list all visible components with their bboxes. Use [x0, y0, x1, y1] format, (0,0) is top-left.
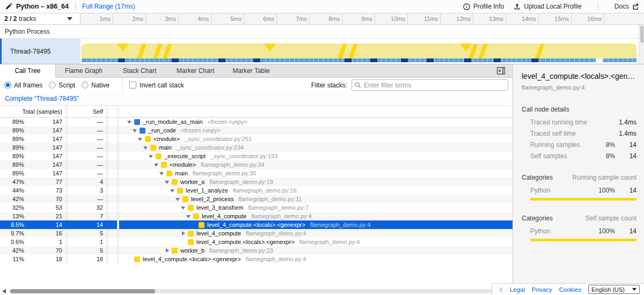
tracks-dropdown[interactable]: 2 / 2 tracks — [0, 13, 80, 24]
expander-open-icon[interactable] — [149, 153, 154, 159]
process-track-header[interactable]: Python Process — [0, 25, 644, 39]
tab-marker-table[interactable]: Marker Table — [223, 64, 279, 77]
frame-name: level_2_process — [191, 196, 234, 202]
expander-open-icon[interactable] — [143, 145, 149, 150]
row-total-percent: 0.6% — [0, 239, 27, 245]
invert-call-stack-checkbox[interactable] — [129, 82, 136, 88]
thread-track-canvas[interactable] — [80, 39, 638, 64]
row-frame: _run_module_as_main<frozen runpy> — [119, 119, 513, 125]
table-row[interactable]: 89%147—_execute_script_sync_coordinator.… — [0, 152, 513, 160]
sample-segment — [401, 58, 408, 62]
tab-call-tree[interactable]: Call Tree — [0, 64, 56, 78]
table-row[interactable]: 9.7%165level_4_computeflamegraph_demo.py… — [0, 229, 513, 238]
all-frames-label[interactable]: All frames — [14, 82, 42, 89]
sidebar-detail-row: Self samples8%14 — [522, 152, 636, 160]
table-row[interactable]: 32%5332level_3_transformflamegraph_demo.… — [0, 203, 513, 212]
table-row[interactable]: 89%147—<module>flamegraph_demo.py:34 — [0, 160, 513, 169]
full-range-button[interactable]: Full Range (17ms) — [82, 3, 135, 10]
table-row[interactable]: 13%217level_4_computeflamegraph_demo.py:… — [0, 212, 513, 220]
timeline-ruler[interactable]: 2 / 2 tracks 1ms2ms3ms4ms5ms6ms7ms8ms9ms… — [0, 13, 644, 25]
frame-origin: flamegraph_demo.py:34 — [201, 161, 265, 168]
footer-close-button[interactable]: X — [499, 286, 503, 293]
timeline-ruler-ticks[interactable]: 1ms2ms3ms4ms5ms6ms7ms8ms9ms10ms11ms12ms1… — [80, 13, 644, 24]
row-self-samples: 5 — [68, 247, 106, 254]
detail-label: Traced self time — [530, 130, 592, 137]
row-self-samples: — — [68, 144, 106, 151]
upload-profile-button[interactable]: Upload Local Profile — [514, 3, 581, 10]
frame-origin: flamegraph_demo.py:19 — [209, 179, 273, 185]
table-row[interactable]: 89%147—mainflamegraph_demo.py:30 — [0, 169, 513, 178]
expander-closed-icon[interactable] — [181, 231, 186, 236]
column-header-total[interactable]: Total (samples) — [0, 108, 65, 115]
expander-open-icon[interactable] — [170, 188, 175, 193]
tab-flame-graph[interactable]: Flame Graph — [56, 64, 112, 77]
thread-track-label[interactable]: Thread-78495 — [0, 39, 80, 64]
frame-name: main — [159, 144, 172, 151]
row-self-samples: — — [68, 170, 106, 176]
activity-mark — [137, 44, 147, 58]
column-divider[interactable] — [117, 106, 119, 117]
scrollbar-track[interactable] — [9, 289, 510, 293]
script-radio[interactable] — [49, 82, 56, 88]
expander-open-icon[interactable] — [154, 162, 159, 167]
native-label[interactable]: Native — [91, 82, 109, 89]
expander-open-icon[interactable] — [127, 119, 133, 124]
tab-marker-chart[interactable]: Marker Chart — [167, 64, 223, 77]
column-divider[interactable] — [106, 106, 108, 117]
row-total-percent: 9.7% — [0, 230, 27, 237]
row-self-samples: — — [68, 119, 106, 125]
table-row[interactable]: 89%147—_run_module_as_main<frozen runpy> — [0, 117, 513, 126]
docs-button[interactable]: Docs — [614, 3, 639, 10]
detail-label: Self samples — [530, 152, 592, 160]
table-row[interactable]: 42%705worker_bflamegraph_demo.py:23 — [0, 246, 513, 255]
footer-link-legal[interactable]: Legal — [510, 286, 525, 293]
table-row[interactable]: 47%774worker_aflamegraph_demo.py:19 — [0, 178, 513, 186]
filter-search-input[interactable] — [364, 82, 505, 89]
column-header-self[interactable]: Self — [68, 108, 106, 115]
expander-open-icon[interactable] — [186, 213, 192, 219]
row-self-samples: 18 — [68, 256, 106, 262]
tracks-vertical-scrollbar[interactable] — [639, 25, 644, 64]
upload-label: Upload Local Profile — [524, 3, 581, 10]
category-color-square — [188, 231, 194, 237]
footer-link-cookies[interactable]: Cookies — [559, 286, 582, 293]
scroll-left-arrow-icon[interactable] — [2, 289, 6, 293]
expander-open-icon[interactable] — [181, 205, 186, 210]
sample-segment — [253, 58, 260, 62]
breadcrumb-complete-thread[interactable]: Complete “Thread-78495” — [5, 95, 79, 102]
expander-open-icon[interactable] — [133, 128, 138, 133]
footer-link-privacy[interactable]: Privacy — [532, 286, 552, 293]
table-row[interactable]: 11%1818level_4_compute.<locals>.<genexpr… — [0, 255, 513, 263]
expander-open-icon[interactable] — [165, 179, 170, 185]
table-row[interactable]: 8.5%1414level_4_compute.<locals>.<genexp… — [0, 220, 513, 229]
table-row[interactable]: 89%147—_run_code<frozen runpy> — [0, 126, 513, 135]
profile-info-button[interactable]: Profile Info — [463, 3, 504, 10]
table-row[interactable]: 42%70—level_2_processflamegraph_demo.py:… — [0, 195, 513, 203]
script-label[interactable]: Script — [58, 82, 75, 89]
tab-bar: Call TreeFlame GraphStack ChartMarker Ch… — [0, 64, 513, 78]
all-frames-radio[interactable] — [4, 82, 11, 88]
chevron-down-icon — [67, 17, 72, 20]
table-row[interactable]: 89%147—<module>_sync_coordinator.py:251 — [0, 135, 513, 143]
table-row[interactable]: 44%733level_1_analyzeflamegraph_demo.py:… — [0, 186, 513, 195]
expander-closed-icon[interactable] — [165, 248, 170, 253]
edit-pencil-icon[interactable] — [5, 3, 12, 10]
scrollbar-thumb[interactable] — [10, 289, 155, 293]
sidebar-toggle-button[interactable] — [497, 67, 505, 75]
invert-call-stack-label[interactable]: Invert call stack — [140, 82, 184, 89]
row-frame: level_4_compute.<locals>.<genexpr>flameg… — [119, 239, 513, 245]
language-select[interactable]: English (US) — [588, 285, 640, 294]
native-radio[interactable] — [82, 82, 89, 88]
frame-name: level_4_compute.<locals>.<genexpr> — [207, 222, 305, 228]
tab-stack-chart[interactable]: Stack Chart — [112, 64, 167, 77]
expander-open-icon[interactable] — [159, 171, 165, 176]
tracks-scrollbar-thumb[interactable] — [640, 26, 643, 43]
track-list: Python Process Thread-78495 — [0, 25, 644, 64]
table-row[interactable]: 89%147—main_sync_coordinator.py:234 — [0, 143, 513, 152]
frame-origin: flamegraph_demo.py:4 — [246, 256, 306, 262]
expander-open-icon[interactable] — [175, 196, 181, 202]
table-row[interactable]: 0.6%11level_4_compute.<locals>.<genexpr>… — [0, 238, 513, 246]
category-color-square — [134, 119, 140, 125]
expander-open-icon[interactable] — [138, 136, 143, 142]
filter-search-box[interactable] — [352, 79, 508, 91]
